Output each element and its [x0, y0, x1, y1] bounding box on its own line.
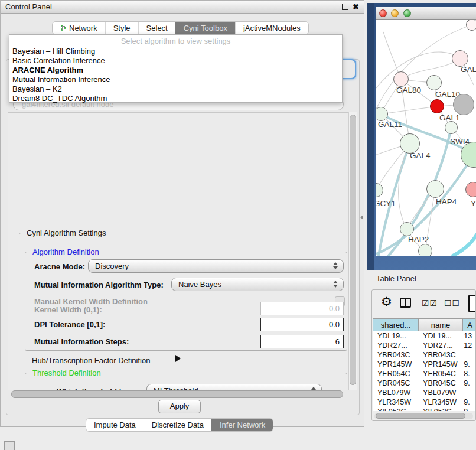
- node-GAL80[interactable]: [393, 71, 409, 87]
- node-HAP4[interactable]: [426, 180, 444, 198]
- table-cell: 13: [462, 331, 476, 341]
- node-label: HAP2: [408, 235, 429, 244]
- table-rows: YDL19...YDL19...13YDR27...YDR27...12YBR0…: [373, 331, 476, 411]
- threshold-definition-title: Threshold Definition: [30, 369, 103, 377]
- node-label: GAL4: [410, 151, 431, 160]
- float-window-icon[interactable]: [342, 4, 348, 10]
- table-row[interactable]: YER054CYER054C8.: [373, 369, 476, 379]
- network-window-titlebar[interactable]: [376, 7, 476, 20]
- table-horizontal-scrollbar[interactable]: [374, 413, 473, 419]
- node-HAP2[interactable]: [400, 222, 414, 236]
- checked-columns-icon[interactable]: ☑☑: [422, 298, 438, 308]
- table-cell: [462, 350, 476, 360]
- stepper-arrows-icon: [333, 262, 338, 269]
- split-columns-icon[interactable]: [400, 298, 411, 308]
- table-row[interactable]: YBL079WYBL079W: [373, 388, 476, 397]
- apply-button[interactable]: Apply: [158, 400, 201, 413]
- minimize-traffic-light-icon[interactable]: [391, 9, 399, 17]
- table-row[interactable]: YLR345WYLR345W9.: [373, 397, 476, 407]
- expand-triangle-icon[interactable]: [175, 355, 181, 362]
- node-GAL4[interactable]: [400, 133, 420, 154]
- tab-jactivemnodules[interactable]: jActiveMNodules: [235, 22, 308, 34]
- tab-select[interactable]: Select: [138, 22, 175, 34]
- table-row[interactable]: YPR145WYPR145W9.: [373, 360, 476, 369]
- manual-kernel-label: Manual Kernel Width Definition: [34, 297, 148, 306]
- algorithm-popup-placeholder: Select algorithm to view settings: [9, 36, 342, 47]
- tab-impute-data[interactable]: Impute Data: [86, 419, 144, 431]
- zoom-traffic-light-icon[interactable]: [403, 9, 411, 17]
- node-unlabeled[interactable]: [466, 20, 476, 31]
- unchecked-columns-icon[interactable]: ☐☐: [444, 298, 460, 308]
- dpi-tolerance-input[interactable]: 0.0: [260, 318, 344, 331]
- table-row[interactable]: YDL19...YDL19...13: [373, 331, 476, 341]
- cyni-bottom-tabstrip: Impute DataDiscretize DataInfer Network: [86, 418, 273, 432]
- table-row[interactable]: YBR043CYBR043C: [373, 350, 476, 360]
- close-icon[interactable]: ✖: [353, 4, 359, 10]
- control-panel-titlebar: Control Panel ✖: [1, 1, 364, 14]
- table-row[interactable]: YIL052CYIL052C9: [373, 407, 476, 411]
- tab-label: Style: [113, 24, 131, 32]
- table-cell: YLR345W: [373, 397, 418, 407]
- gear-icon[interactable]: ⚙: [381, 295, 392, 309]
- table-cell: 9: [462, 407, 476, 411]
- mi-steps-input[interactable]: 6: [260, 335, 344, 348]
- node-label: GAL11: [378, 120, 402, 129]
- table-cell: YLR345W: [418, 397, 462, 407]
- node-label: HAP4: [436, 197, 457, 206]
- minimized-panel-icon[interactable]: [4, 441, 15, 450]
- close-traffic-light-icon[interactable]: [379, 9, 387, 17]
- table-cell: 9.: [462, 379, 476, 388]
- column-header[interactable]: name: [419, 318, 463, 331]
- which-threshold-select[interactable]: MI Threshold: [146, 384, 322, 390]
- algorithm-option[interactable]: Basic Correlation Inference: [9, 56, 342, 66]
- column-header[interactable]: shared...: [373, 318, 419, 331]
- table-cell: YBR045C: [373, 379, 418, 388]
- node-unlabeled[interactable]: [418, 244, 432, 256]
- table-row[interactable]: YBR045CYBR045C9.: [373, 379, 476, 388]
- mi-steps-label: Mutual Information Steps:: [34, 337, 129, 346]
- node-GAL[interactable]: [452, 50, 468, 67]
- table-cell: 12: [462, 341, 476, 350]
- document-icon[interactable]: [468, 295, 476, 312]
- table-cell: YIL052C: [418, 407, 462, 411]
- tab-infer-network[interactable]: Infer Network: [211, 419, 273, 431]
- tab-label: Cyni Toolbox: [184, 24, 227, 32]
- tab-label: Network: [69, 24, 97, 32]
- node-SWI4[interactable]: [445, 121, 458, 134]
- table-row[interactable]: YDR27...YDR27...12: [373, 341, 476, 350]
- kernel-width-input[interactable]: 0.0: [260, 302, 344, 315]
- network-canvas[interactable]: GALGAL80GAL10GAL1GAL11SWI4GAL4GCY1HAP4YH…: [376, 20, 476, 256]
- table-cell: YPR145W: [373, 360, 418, 369]
- node-GAL10[interactable]: [426, 75, 442, 90]
- algorithm-option[interactable]: ARACNE Algorithm: [9, 66, 342, 75]
- aracne-mode-select[interactable]: Discovery: [88, 259, 344, 273]
- cyni-algorithm-settings-title: Cyni Algorithm Settings: [24, 229, 108, 237]
- tab-network[interactable]: Network: [53, 22, 105, 34]
- tab-style[interactable]: Style: [105, 22, 138, 34]
- node-GAL1[interactable]: [430, 99, 444, 113]
- dpi-tolerance-label: DPI Tolerance [0,1]:: [34, 320, 105, 329]
- tab-discretize-data[interactable]: Discretize Data: [144, 419, 211, 431]
- stepper-arrows-icon: [333, 281, 338, 288]
- algorithm-option[interactable]: Mutual Information Inference: [9, 75, 342, 84]
- mi-algorithm-type-select[interactable]: Naive Bayes: [171, 278, 344, 291]
- algorithm-option[interactable]: Bayesian – Hill Climbing: [9, 47, 342, 56]
- table-panel-title: Table Panel: [376, 274, 416, 283]
- algorithm-option[interactable]: Dream8 DC_TDC Algorithm: [9, 94, 342, 103]
- settings-vertical-scrollbar[interactable]: [348, 112, 357, 390]
- node-unlabeled[interactable]: [453, 94, 474, 115]
- settings-horizontal-scrollbar[interactable]: [9, 390, 346, 397]
- table-cell: 9.: [462, 397, 476, 407]
- which-threshold-value: MI Threshold: [154, 386, 198, 390]
- mi-type-label: Mutual Information Algorithm Type:: [34, 281, 164, 289]
- node-label: GCY1: [376, 199, 396, 208]
- algorithm-option[interactable]: Bayesian – K2: [9, 84, 342, 94]
- hub-definition-label[interactable]: Hub/Transcription Factor Definition: [32, 356, 150, 365]
- splitter-collapse-arrow[interactable]: [360, 215, 363, 220]
- table-cell: YER054C: [418, 369, 462, 379]
- column-header[interactable]: A: [463, 318, 476, 331]
- tab-cyni-toolbox[interactable]: Cyni Toolbox: [175, 22, 235, 34]
- table-cell: 8.: [462, 369, 476, 379]
- settings-scrollpane: Cyni Algorithm Settings Algorithm Defini…: [8, 112, 348, 390]
- table-cell: YDR27...: [373, 341, 418, 350]
